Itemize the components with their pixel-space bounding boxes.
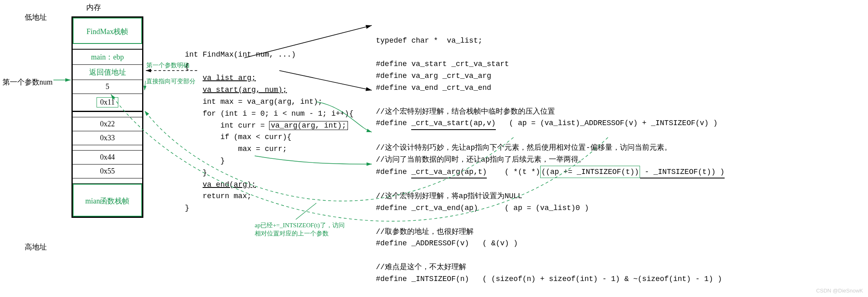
d4: #define _ADDRESSOF(v) ( &(v) ) — [376, 239, 518, 247]
stack-ox11: 0x11 — [97, 97, 118, 107]
stack-ox55: 0x55 — [73, 164, 142, 178]
d2d: ((ap += _INTSIZEOF(t)) — [540, 166, 640, 178]
stack-findmax: FindMax栈帧 — [73, 18, 142, 44]
code-l7a: int curr = — [185, 121, 269, 130]
code-l5: int max = va_arg(arg, int); — [185, 98, 322, 106]
code-l6: for (int i = 0; i < num - 1; i++){ — [185, 110, 353, 118]
stack-frame: FindMax栈帧 main：ebp 返回值地址 5 0x11 0x22 0x3… — [71, 16, 143, 218]
svg-line-4 — [145, 81, 145, 90]
code-l4: va_start(arg, num); — [203, 86, 287, 94]
note-ap: ap已经+=_INTSIZEOF(t)了，访问 相对位置对应的上一个参数 — [255, 222, 345, 238]
code-l3: va_list arg; — [203, 74, 256, 82]
code-l2: { — [185, 62, 189, 71]
code-l1: int FindMax(int num, ...) — [185, 50, 296, 59]
c6: //难点是这个，不太好理解 — [376, 263, 466, 271]
r4: #define va_end _crt_va_end — [376, 84, 491, 92]
code-l12: va_end(arg); — [203, 180, 256, 189]
note-ap-1: ap已经+=_INTSIZEOF(t)了，访问 — [255, 222, 345, 230]
stack-mainframe: mian函数栈帧 — [73, 184, 142, 217]
d2a: #define — [376, 168, 411, 176]
d5: #define _INTSIZEOF(n) ( (sizeof(n) + siz… — [376, 275, 722, 283]
code-block: int FindMax(int num, ...) { va_list arg;… — [185, 37, 353, 214]
r2: #define va_start _crt_va_start — [376, 60, 509, 68]
c1: //这个宏特别好理解，结合栈帧中临时参数的压入位置 — [376, 107, 555, 116]
code-l13: return max; — [185, 192, 251, 200]
r3: #define va_arg _crt_va_arg — [376, 72, 491, 80]
label-lowaddr: 低地址 — [25, 12, 47, 22]
c2: //这个设计特别巧妙，先让ap指向下个元素，然后使用相对位置-偏移量，访问当前元… — [376, 144, 672, 152]
stack-retaddr: 返回值地址 — [73, 65, 142, 80]
label-highaddr: 高地址 — [25, 242, 47, 252]
watermark: CSDN @DieSnowK — [816, 288, 863, 294]
d2e: - _INTSIZEOF(t)) ) — [640, 166, 724, 179]
d3: #define _crt_va_end(ap) ( ap = (va_list)… — [376, 204, 589, 212]
d1c: ( ap = (va_list)_ADDRESSOF(v) + _INTSIZE… — [496, 119, 718, 127]
r1: typedef char * va_list; — [376, 37, 482, 45]
stack-ox11-row: 0x11 — [73, 94, 142, 112]
label-firstparam: 第一个参数num — [2, 77, 53, 87]
code-l11: } — [185, 169, 207, 177]
d1a: #define — [376, 119, 411, 127]
label-memory: 内存 — [86, 2, 101, 12]
stack-ox44: 0x44 — [73, 151, 142, 164]
c5: //取参数的地址，也很好理解 — [376, 228, 474, 236]
code-l8: if (max < curr){ — [185, 133, 291, 141]
code-l10: } — [185, 157, 225, 165]
code-l7b: va_arg(arg, int); — [269, 121, 348, 130]
c3: //访问了当前数据的同时，还让ap指向了后续元素，一举两得。 — [376, 155, 586, 164]
d1b: _crt_va_start(ap,v) — [411, 117, 495, 130]
stack-ox22: 0x22 — [73, 117, 142, 131]
code-l14: } — [185, 204, 189, 212]
defs-block: typedef char * va_list; #define va_start… — [376, 23, 725, 285]
stack-mainebp: main：ebp — [73, 49, 142, 65]
note-firstparam-clear: 第一个参数明确 — [146, 62, 189, 69]
d2c: ( *(t *) — [487, 168, 540, 176]
c4: //这个宏特别好理解，将ap指针设置为NULL — [376, 192, 522, 200]
code-l9: max = curr; — [185, 145, 287, 153]
note-ap-2: 相对位置对应的上一个参数 — [255, 230, 345, 238]
d2b: _crt_va_arg(ap,t) — [411, 166, 487, 179]
stack-five: 5 — [73, 80, 142, 94]
stack-ox33: 0x33 — [73, 131, 142, 145]
